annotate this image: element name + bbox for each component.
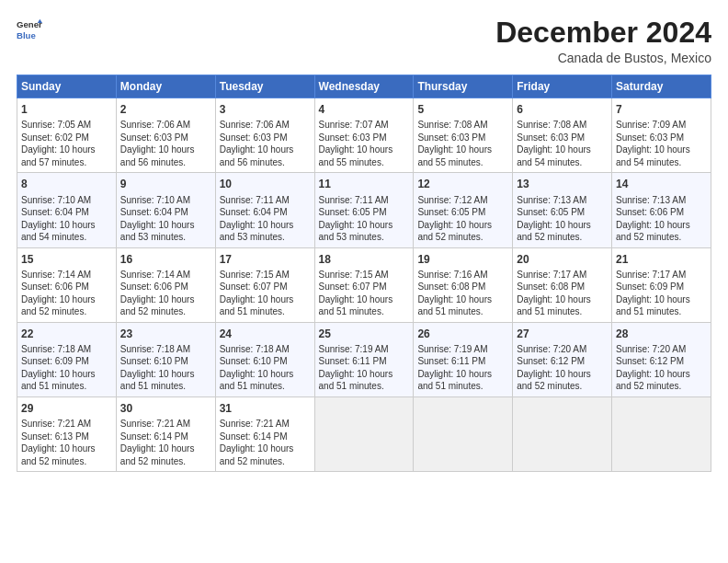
- day-header-monday: Monday: [116, 75, 215, 98]
- day-number: 22: [21, 327, 112, 341]
- day-header-saturday: Saturday: [612, 75, 711, 98]
- sunset-text: Sunset: 6:12 PM: [517, 356, 585, 366]
- daylight-text: Daylight: 10 hours and 57 minutes.: [21, 144, 96, 167]
- day-number: 3: [220, 102, 311, 117]
- daylight-text: Daylight: 10 hours and 54 minutes.: [616, 144, 690, 167]
- sunset-text: Sunset: 6:12 PM: [616, 356, 684, 366]
- day-number: 26: [417, 327, 508, 341]
- sunrise-text: Sunrise: 7:16 AM: [417, 270, 487, 280]
- daylight-text: Daylight: 10 hours and 52 minutes.: [616, 220, 690, 243]
- daylight-text: Daylight: 10 hours and 52 minutes.: [220, 443, 294, 466]
- day-number: 16: [120, 252, 211, 267]
- sunrise-text: Sunrise: 7:21 AM: [220, 419, 290, 429]
- daylight-text: Daylight: 10 hours and 52 minutes.: [21, 294, 96, 317]
- sunset-text: Sunset: 6:08 PM: [417, 282, 485, 292]
- daylight-text: Daylight: 10 hours and 54 minutes.: [517, 144, 591, 167]
- day-number: 11: [319, 177, 410, 191]
- daylight-text: Daylight: 10 hours and 52 minutes.: [417, 220, 492, 243]
- sunset-text: Sunset: 6:13 PM: [21, 431, 89, 442]
- sunrise-text: Sunrise: 7:14 AM: [21, 270, 91, 280]
- day-cell-19: 19Sunrise: 7:16 AMSunset: 6:08 PMDayligh…: [414, 247, 513, 322]
- calendar-week-row: 29Sunrise: 7:21 AMSunset: 6:13 PMDayligh…: [17, 396, 711, 471]
- sunset-text: Sunset: 6:03 PM: [220, 132, 288, 143]
- daylight-text: Daylight: 10 hours and 51 minutes.: [319, 369, 393, 392]
- day-number: 1: [21, 102, 112, 117]
- daylight-text: Daylight: 10 hours and 52 minutes.: [616, 369, 690, 392]
- sunrise-text: Sunrise: 7:10 AM: [120, 195, 190, 205]
- day-cell-3: 3Sunrise: 7:06 AMSunset: 6:03 PMDaylight…: [215, 98, 314, 173]
- day-cell-8: 8Sunrise: 7:10 AMSunset: 6:04 PMDaylight…: [17, 173, 117, 247]
- sunset-text: Sunset: 6:14 PM: [220, 431, 288, 442]
- sunrise-text: Sunrise: 7:14 AM: [120, 270, 190, 280]
- day-cell-14: 14Sunrise: 7:13 AMSunset: 6:06 PMDayligh…: [612, 173, 711, 247]
- day-cell-13: 13Sunrise: 7:13 AMSunset: 6:05 PMDayligh…: [513, 173, 612, 247]
- day-number: 18: [319, 252, 410, 267]
- day-header-thursday: Thursday: [414, 75, 513, 98]
- day-number: 4: [319, 102, 410, 117]
- day-number: 15: [21, 252, 112, 267]
- day-cell-16: 16Sunrise: 7:14 AMSunset: 6:06 PMDayligh…: [116, 247, 215, 322]
- sunrise-text: Sunrise: 7:10 AM: [21, 195, 91, 205]
- sunrise-text: Sunrise: 7:19 AM: [417, 344, 487, 354]
- day-cell-24: 24Sunrise: 7:18 AMSunset: 6:10 PMDayligh…: [215, 322, 314, 396]
- daylight-text: Daylight: 10 hours and 51 minutes.: [220, 294, 294, 317]
- day-number: 20: [517, 252, 608, 267]
- calendar-week-row: 8Sunrise: 7:10 AMSunset: 6:04 PMDaylight…: [17, 173, 711, 247]
- daylight-text: Daylight: 10 hours and 52 minutes.: [21, 443, 96, 466]
- sunset-text: Sunset: 6:09 PM: [616, 282, 684, 292]
- daylight-text: Daylight: 10 hours and 51 minutes.: [120, 369, 195, 392]
- daylight-text: Daylight: 10 hours and 54 minutes.: [21, 220, 96, 243]
- day-header-friday: Friday: [513, 75, 612, 98]
- day-cell-6: 6Sunrise: 7:08 AMSunset: 6:03 PMDaylight…: [513, 98, 612, 173]
- daylight-text: Daylight: 10 hours and 52 minutes.: [517, 369, 591, 392]
- daylight-text: Daylight: 10 hours and 55 minutes.: [319, 144, 393, 167]
- day-number: 12: [417, 177, 508, 191]
- empty-cell: [414, 396, 513, 471]
- day-number: 28: [616, 327, 707, 341]
- logo-icon: General Blue: [17, 17, 42, 42]
- sunrise-text: Sunrise: 7:08 AM: [417, 120, 487, 130]
- sunset-text: Sunset: 6:11 PM: [319, 356, 387, 366]
- daylight-text: Daylight: 10 hours and 56 minutes.: [220, 144, 294, 167]
- sunset-text: Sunset: 6:03 PM: [517, 132, 585, 143]
- empty-cell: [612, 396, 711, 471]
- sunset-text: Sunset: 6:06 PM: [120, 282, 188, 292]
- day-header-tuesday: Tuesday: [215, 75, 314, 98]
- day-number: 5: [417, 102, 508, 117]
- day-cell-18: 18Sunrise: 7:15 AMSunset: 6:07 PMDayligh…: [314, 247, 414, 322]
- day-number: 17: [220, 252, 311, 267]
- sunset-text: Sunset: 6:04 PM: [220, 207, 288, 217]
- sunset-text: Sunset: 6:11 PM: [417, 356, 485, 366]
- day-cell-10: 10Sunrise: 7:11 AMSunset: 6:04 PMDayligh…: [215, 173, 314, 247]
- sunrise-text: Sunrise: 7:19 AM: [319, 344, 389, 354]
- day-cell-2: 2Sunrise: 7:06 AMSunset: 6:03 PMDaylight…: [116, 98, 215, 173]
- calendar-week-row: 15Sunrise: 7:14 AMSunset: 6:06 PMDayligh…: [17, 247, 711, 322]
- day-header-wednesday: Wednesday: [314, 75, 414, 98]
- daylight-text: Daylight: 10 hours and 52 minutes.: [120, 443, 195, 466]
- sunrise-text: Sunrise: 7:20 AM: [517, 344, 586, 354]
- sunrise-text: Sunrise: 7:13 AM: [517, 195, 586, 205]
- svg-text:General: General: [17, 19, 42, 29]
- day-cell-12: 12Sunrise: 7:12 AMSunset: 6:05 PMDayligh…: [414, 173, 513, 247]
- sunrise-text: Sunrise: 7:17 AM: [616, 270, 686, 280]
- day-cell-31: 31Sunrise: 7:21 AMSunset: 6:14 PMDayligh…: [215, 396, 314, 471]
- sunrise-text: Sunrise: 7:11 AM: [220, 195, 290, 205]
- sunrise-text: Sunrise: 7:20 AM: [616, 344, 686, 354]
- day-cell-22: 22Sunrise: 7:18 AMSunset: 6:09 PMDayligh…: [17, 322, 117, 396]
- day-number: 19: [417, 252, 508, 267]
- sunrise-text: Sunrise: 7:06 AM: [220, 120, 290, 130]
- sunrise-text: Sunrise: 7:15 AM: [319, 270, 389, 280]
- daylight-text: Daylight: 10 hours and 51 minutes.: [319, 294, 393, 317]
- sunset-text: Sunset: 6:07 PM: [220, 282, 288, 292]
- sunset-text: Sunset: 6:14 PM: [120, 431, 188, 442]
- sunset-text: Sunset: 6:05 PM: [319, 207, 387, 217]
- daylight-text: Daylight: 10 hours and 51 minutes.: [21, 369, 96, 392]
- sunset-text: Sunset: 6:03 PM: [417, 132, 485, 143]
- daylight-text: Daylight: 10 hours and 51 minutes.: [517, 294, 591, 317]
- sunset-text: Sunset: 6:08 PM: [517, 282, 585, 292]
- location: Canada de Bustos, Mexico: [495, 51, 711, 65]
- sunrise-text: Sunrise: 7:08 AM: [517, 120, 586, 130]
- page: General Blue December 2024 Canada de Bus…: [0, 0, 728, 563]
- title-block: December 2024 Canada de Bustos, Mexico: [495, 17, 711, 65]
- day-number: 29: [21, 401, 112, 416]
